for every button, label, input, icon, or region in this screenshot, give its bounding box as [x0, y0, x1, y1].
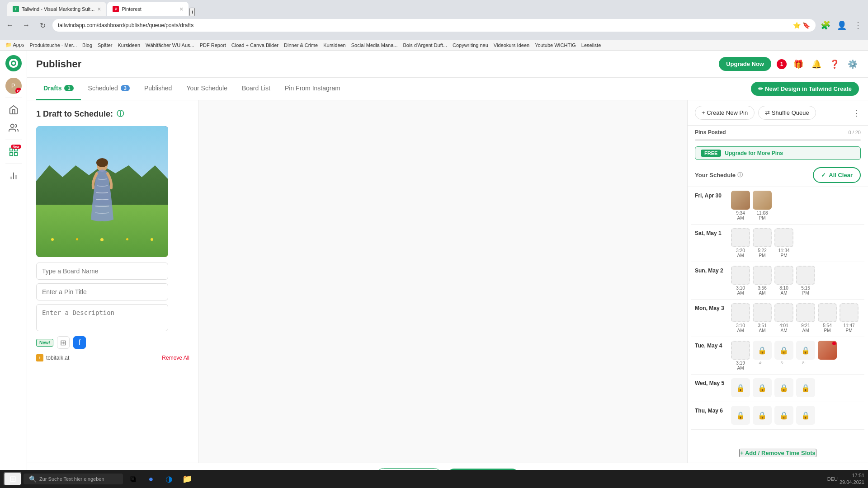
time-slot-sat-3[interactable]: 11:34PM	[774, 228, 793, 258]
bookmark-10[interactable]: Social Media Mana...	[349, 42, 400, 49]
taskbar-task-view[interactable]: ⧉	[125, 471, 141, 487]
board-name-input[interactable]	[36, 263, 168, 280]
bookmark-4[interactable]: Kursideen	[116, 42, 142, 49]
help-icon[interactable]: ❓	[828, 58, 841, 70]
sidebar-people-icon[interactable]	[5, 120, 22, 136]
time-slot-fri-1[interactable]: 9:34AM	[731, 191, 750, 221]
tab-tailwind[interactable]: T Tailwind - Visual Marketing Suit... ×	[7, 2, 106, 16]
design-button[interactable]: ✏ New! Design in Tailwind Create	[751, 82, 859, 96]
time-slot-mon-1[interactable]: 3:10AM	[731, 303, 750, 333]
sidebar-publisher-icon[interactable]: New	[5, 144, 22, 160]
time-slot-sat-2[interactable]: 5:22PM	[753, 228, 772, 258]
time-slot-mon-5[interactable]: 5:54PM	[818, 303, 837, 333]
tab-tailwind-close[interactable]: ×	[97, 5, 101, 13]
forward-button[interactable]: →	[20, 19, 33, 32]
sidebar-analytics-icon[interactable]	[5, 168, 22, 184]
time-slot-thu-3[interactable]: 🔒	[774, 406, 793, 426]
grid-tool-button[interactable]: ⊞	[57, 336, 70, 349]
tab-drafts[interactable]: Drafts 1	[36, 78, 81, 100]
shuffle-queue-button[interactable]: ⇄ Shuffle Queue	[758, 106, 816, 120]
tab-published-label: Published	[144, 84, 172, 92]
notification-badge[interactable]: 1	[777, 59, 787, 69]
time-slot-thu-1[interactable]: 🔒	[731, 406, 750, 426]
time-slot-mon-2[interactable]: 3:51AM	[753, 303, 772, 333]
taskbar-chrome-icon[interactable]: ●	[143, 471, 159, 487]
time-slot-sun-3[interactable]: 8:10AM	[774, 266, 793, 296]
time-slot-sat-1[interactable]: 3:20AM	[731, 228, 750, 258]
time-slot-tue-4[interactable]: 🔒 8:...	[796, 341, 815, 371]
your-schedule-help-icon[interactable]: ⓘ	[737, 171, 743, 179]
time-slot-wed-1[interactable]: 🔒	[731, 378, 750, 398]
time-slot-wed-2[interactable]: 🔒	[753, 378, 772, 398]
time-slot-tue-3[interactable]: 🔒 5:...	[774, 341, 793, 371]
all-clear-button[interactable]: ✓ All Clear	[813, 167, 861, 183]
tab-pinterest-close[interactable]: ×	[179, 5, 183, 13]
time-slot-sun-2[interactable]: 3:56AM	[753, 266, 772, 296]
settings-icon[interactable]: ⚙️	[846, 58, 859, 70]
slot-thumb-tue-4: 🔒	[796, 341, 815, 360]
taskbar-edge-icon[interactable]: ◑	[161, 471, 177, 487]
user-avatar[interactable]: P P	[5, 78, 22, 94]
tab-your-schedule[interactable]: Your Schedule	[179, 78, 235, 100]
more-options-icon[interactable]: ⋮	[853, 108, 861, 118]
time-slot-tue-2[interactable]: 🔒 4:...	[753, 341, 772, 371]
add-time-slots-button[interactable]: + Add / Remove Time Slots	[739, 449, 816, 457]
bookmark-9[interactable]: Kursideen	[321, 42, 348, 49]
gift-icon[interactable]: 🎁	[792, 58, 805, 70]
time-slot-mon-3[interactable]: 4:01AM	[774, 303, 793, 333]
slot-time-sun-1: 3:10AM	[736, 286, 745, 296]
address-text: tailwindapp.com/dashboard/publisher/queu…	[58, 22, 793, 28]
sidebar-home-icon[interactable]	[5, 102, 22, 118]
time-slot-thu-4[interactable]: 🔒	[796, 406, 815, 426]
bookmark-7[interactable]: Cload + Canva Bilder	[230, 42, 280, 49]
pin-description-input[interactable]	[36, 304, 168, 331]
time-slot-sun-1[interactable]: 3:10AM	[731, 266, 750, 296]
address-bar[interactable]: tailwindapp.com/dashboard/publisher/queu…	[52, 19, 816, 32]
tab-pinterest[interactable]: P Pinterest ×	[107, 2, 189, 16]
time-slot-sun-4[interactable]: 5:15PM	[796, 266, 815, 296]
bookmark-14[interactable]: Youtube WICHTIG	[533, 42, 578, 49]
account-icon[interactable]: 👤	[835, 19, 848, 32]
bookmark-apps[interactable]: 📁 Apps	[4, 41, 26, 49]
bookmark-leseliste[interactable]: Leseliste	[580, 42, 603, 49]
bookmark-5[interactable]: Wählfächer WU Aus...	[144, 42, 196, 49]
tab-board-list[interactable]: Board List	[235, 78, 278, 100]
bookmark-2[interactable]: Blog	[80, 42, 94, 49]
taskbar-files-icon[interactable]: 📁	[179, 471, 195, 487]
draft-help-icon[interactable]: ⓘ	[117, 109, 124, 119]
time-slot-fri-2[interactable]: 11:08PM	[753, 191, 772, 221]
time-slot-wed-3[interactable]: 🔒	[774, 378, 793, 398]
extensions-icon[interactable]: 🧩	[819, 19, 832, 32]
tab-scheduled[interactable]: Scheduled 3	[81, 78, 137, 100]
time-slot-wed-4[interactable]: 🔒	[796, 378, 815, 398]
bookmark-12[interactable]: Copywriting neu	[451, 42, 490, 49]
reload-button[interactable]: ↻	[36, 19, 49, 32]
back-button[interactable]: ←	[4, 19, 16, 32]
bookmark-6[interactable]: PDF Report	[198, 42, 228, 49]
bookmark-8[interactable]: Dinner & Crime	[282, 42, 320, 49]
bell-icon[interactable]: 🔔	[810, 58, 823, 70]
new-tab-button[interactable]: +	[189, 8, 195, 16]
taskbar-search[interactable]: 🔍 Zur Suche Text hier eingeben	[24, 474, 123, 484]
tab-pin-from-instagram[interactable]: Pin From Instagram	[278, 78, 348, 100]
start-button[interactable]: ⊞	[4, 472, 22, 486]
time-slot-tue-1[interactable]: 3:19AM	[731, 341, 750, 371]
bookmark-11[interactable]: Bois d'Argent Duft...	[401, 42, 448, 49]
time-slot-mon-6[interactable]: 11:47PM	[840, 303, 859, 333]
bookmark-1[interactable]: Produktsuche - Mer...	[28, 42, 79, 49]
pin-title-input[interactable]	[36, 283, 168, 300]
bookmark-13[interactable]: Videokurs Ideen	[492, 42, 531, 49]
app-logo[interactable]	[5, 54, 23, 72]
time-slot-mon-4[interactable]: 9:21AM	[796, 303, 815, 333]
upgrade-link[interactable]: Upgrade for More Pins	[725, 150, 783, 156]
facebook-tool-button[interactable]: f	[73, 336, 86, 349]
schedule-date-wed: Wed, May 5	[695, 378, 727, 386]
remove-all-link[interactable]: Remove All	[162, 355, 189, 361]
bookmark-3[interactable]: Später	[96, 42, 114, 49]
time-slot-tue-5[interactable]	[818, 341, 837, 371]
time-slot-thu-2[interactable]: 🔒	[753, 406, 772, 426]
browser-menu-icon[interactable]: ⋮	[852, 19, 864, 32]
upgrade-button[interactable]: Upgrade Now	[719, 57, 771, 71]
tab-published[interactable]: Published	[137, 78, 179, 100]
create-new-pin-button[interactable]: + Create New Pin	[695, 106, 755, 120]
